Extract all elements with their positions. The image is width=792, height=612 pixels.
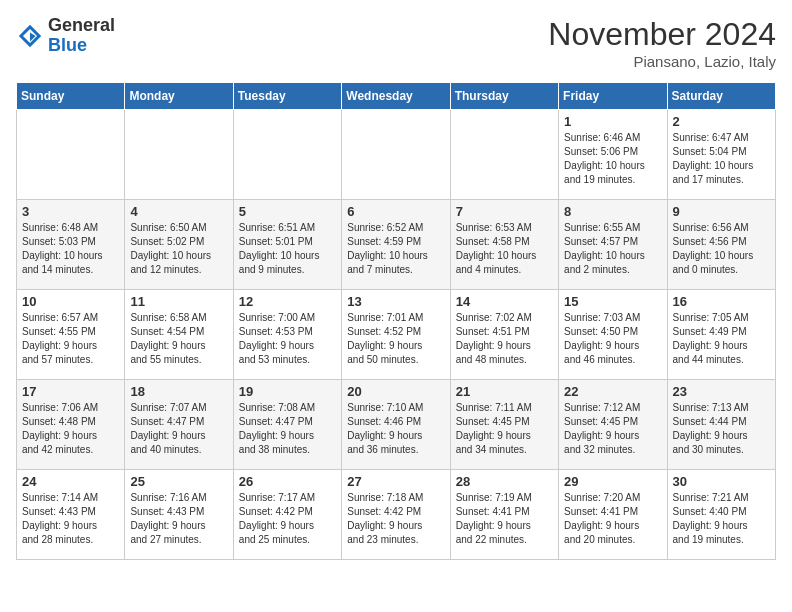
day-number: 1 xyxy=(564,114,661,129)
day-info: Sunrise: 7:01 AM Sunset: 4:52 PM Dayligh… xyxy=(347,311,444,367)
calendar-table: SundayMondayTuesdayWednesdayThursdayFrid… xyxy=(16,82,776,560)
day-info: Sunrise: 7:19 AM Sunset: 4:41 PM Dayligh… xyxy=(456,491,553,547)
day-info: Sunrise: 6:56 AM Sunset: 4:56 PM Dayligh… xyxy=(673,221,770,277)
calendar-cell: 17Sunrise: 7:06 AM Sunset: 4:48 PM Dayli… xyxy=(17,380,125,470)
day-number: 20 xyxy=(347,384,444,399)
day-info: Sunrise: 7:05 AM Sunset: 4:49 PM Dayligh… xyxy=(673,311,770,367)
calendar-cell: 13Sunrise: 7:01 AM Sunset: 4:52 PM Dayli… xyxy=(342,290,450,380)
weekday-header-friday: Friday xyxy=(559,83,667,110)
calendar-header: SundayMondayTuesdayWednesdayThursdayFrid… xyxy=(17,83,776,110)
page-header: General Blue November 2024 Piansano, Laz… xyxy=(16,16,776,70)
day-number: 4 xyxy=(130,204,227,219)
day-number: 2 xyxy=(673,114,770,129)
day-info: Sunrise: 7:02 AM Sunset: 4:51 PM Dayligh… xyxy=(456,311,553,367)
calendar-week-4: 17Sunrise: 7:06 AM Sunset: 4:48 PM Dayli… xyxy=(17,380,776,470)
calendar-cell: 30Sunrise: 7:21 AM Sunset: 4:40 PM Dayli… xyxy=(667,470,775,560)
day-info: Sunrise: 6:50 AM Sunset: 5:02 PM Dayligh… xyxy=(130,221,227,277)
day-number: 9 xyxy=(673,204,770,219)
day-number: 26 xyxy=(239,474,336,489)
day-info: Sunrise: 7:20 AM Sunset: 4:41 PM Dayligh… xyxy=(564,491,661,547)
calendar-cell xyxy=(125,110,233,200)
day-info: Sunrise: 6:46 AM Sunset: 5:06 PM Dayligh… xyxy=(564,131,661,187)
calendar-cell: 11Sunrise: 6:58 AM Sunset: 4:54 PM Dayli… xyxy=(125,290,233,380)
location-subtitle: Piansano, Lazio, Italy xyxy=(548,53,776,70)
day-info: Sunrise: 6:58 AM Sunset: 4:54 PM Dayligh… xyxy=(130,311,227,367)
logo-general: General xyxy=(48,15,115,35)
logo-blue: Blue xyxy=(48,35,87,55)
logo-icon xyxy=(16,22,44,50)
calendar-cell: 22Sunrise: 7:12 AM Sunset: 4:45 PM Dayli… xyxy=(559,380,667,470)
calendar-cell: 12Sunrise: 7:00 AM Sunset: 4:53 PM Dayli… xyxy=(233,290,341,380)
weekday-header-wednesday: Wednesday xyxy=(342,83,450,110)
day-info: Sunrise: 6:52 AM Sunset: 4:59 PM Dayligh… xyxy=(347,221,444,277)
calendar-cell: 9Sunrise: 6:56 AM Sunset: 4:56 PM Daylig… xyxy=(667,200,775,290)
day-number: 18 xyxy=(130,384,227,399)
day-number: 28 xyxy=(456,474,553,489)
calendar-cell: 19Sunrise: 7:08 AM Sunset: 4:47 PM Dayli… xyxy=(233,380,341,470)
weekday-header-monday: Monday xyxy=(125,83,233,110)
calendar-cell: 23Sunrise: 7:13 AM Sunset: 4:44 PM Dayli… xyxy=(667,380,775,470)
calendar-cell: 2Sunrise: 6:47 AM Sunset: 5:04 PM Daylig… xyxy=(667,110,775,200)
day-info: Sunrise: 6:55 AM Sunset: 4:57 PM Dayligh… xyxy=(564,221,661,277)
day-info: Sunrise: 7:12 AM Sunset: 4:45 PM Dayligh… xyxy=(564,401,661,457)
calendar-cell: 26Sunrise: 7:17 AM Sunset: 4:42 PM Dayli… xyxy=(233,470,341,560)
calendar-cell: 6Sunrise: 6:52 AM Sunset: 4:59 PM Daylig… xyxy=(342,200,450,290)
day-number: 25 xyxy=(130,474,227,489)
calendar-cell: 16Sunrise: 7:05 AM Sunset: 4:49 PM Dayli… xyxy=(667,290,775,380)
calendar-cell: 27Sunrise: 7:18 AM Sunset: 4:42 PM Dayli… xyxy=(342,470,450,560)
calendar-week-3: 10Sunrise: 6:57 AM Sunset: 4:55 PM Dayli… xyxy=(17,290,776,380)
day-info: Sunrise: 6:51 AM Sunset: 5:01 PM Dayligh… xyxy=(239,221,336,277)
calendar-cell: 28Sunrise: 7:19 AM Sunset: 4:41 PM Dayli… xyxy=(450,470,558,560)
calendar-cell: 15Sunrise: 7:03 AM Sunset: 4:50 PM Dayli… xyxy=(559,290,667,380)
day-number: 17 xyxy=(22,384,119,399)
day-info: Sunrise: 7:08 AM Sunset: 4:47 PM Dayligh… xyxy=(239,401,336,457)
day-number: 8 xyxy=(564,204,661,219)
calendar-cell: 1Sunrise: 6:46 AM Sunset: 5:06 PM Daylig… xyxy=(559,110,667,200)
day-info: Sunrise: 7:17 AM Sunset: 4:42 PM Dayligh… xyxy=(239,491,336,547)
month-title: November 2024 xyxy=(548,16,776,53)
day-number: 14 xyxy=(456,294,553,309)
day-number: 16 xyxy=(673,294,770,309)
weekday-header-saturday: Saturday xyxy=(667,83,775,110)
calendar-week-2: 3Sunrise: 6:48 AM Sunset: 5:03 PM Daylig… xyxy=(17,200,776,290)
day-info: Sunrise: 7:21 AM Sunset: 4:40 PM Dayligh… xyxy=(673,491,770,547)
day-number: 29 xyxy=(564,474,661,489)
day-number: 24 xyxy=(22,474,119,489)
day-info: Sunrise: 7:06 AM Sunset: 4:48 PM Dayligh… xyxy=(22,401,119,457)
day-number: 27 xyxy=(347,474,444,489)
day-info: Sunrise: 7:13 AM Sunset: 4:44 PM Dayligh… xyxy=(673,401,770,457)
day-number: 10 xyxy=(22,294,119,309)
calendar-cell: 21Sunrise: 7:11 AM Sunset: 4:45 PM Dayli… xyxy=(450,380,558,470)
day-info: Sunrise: 6:47 AM Sunset: 5:04 PM Dayligh… xyxy=(673,131,770,187)
calendar-cell: 24Sunrise: 7:14 AM Sunset: 4:43 PM Dayli… xyxy=(17,470,125,560)
weekday-header-thursday: Thursday xyxy=(450,83,558,110)
day-number: 7 xyxy=(456,204,553,219)
day-info: Sunrise: 7:14 AM Sunset: 4:43 PM Dayligh… xyxy=(22,491,119,547)
calendar-cell xyxy=(342,110,450,200)
calendar-cell: 29Sunrise: 7:20 AM Sunset: 4:41 PM Dayli… xyxy=(559,470,667,560)
day-number: 22 xyxy=(564,384,661,399)
weekday-header-sunday: Sunday xyxy=(17,83,125,110)
calendar-week-5: 24Sunrise: 7:14 AM Sunset: 4:43 PM Dayli… xyxy=(17,470,776,560)
day-info: Sunrise: 6:57 AM Sunset: 4:55 PM Dayligh… xyxy=(22,311,119,367)
calendar-cell: 20Sunrise: 7:10 AM Sunset: 4:46 PM Dayli… xyxy=(342,380,450,470)
calendar-cell xyxy=(450,110,558,200)
day-info: Sunrise: 7:18 AM Sunset: 4:42 PM Dayligh… xyxy=(347,491,444,547)
day-number: 5 xyxy=(239,204,336,219)
calendar-cell: 14Sunrise: 7:02 AM Sunset: 4:51 PM Dayli… xyxy=(450,290,558,380)
calendar-body: 1Sunrise: 6:46 AM Sunset: 5:06 PM Daylig… xyxy=(17,110,776,560)
day-number: 11 xyxy=(130,294,227,309)
calendar-cell: 5Sunrise: 6:51 AM Sunset: 5:01 PM Daylig… xyxy=(233,200,341,290)
day-number: 21 xyxy=(456,384,553,399)
title-block: November 2024 Piansano, Lazio, Italy xyxy=(548,16,776,70)
day-number: 12 xyxy=(239,294,336,309)
weekday-header-tuesday: Tuesday xyxy=(233,83,341,110)
calendar-cell: 10Sunrise: 6:57 AM Sunset: 4:55 PM Dayli… xyxy=(17,290,125,380)
day-info: Sunrise: 7:16 AM Sunset: 4:43 PM Dayligh… xyxy=(130,491,227,547)
calendar-cell xyxy=(17,110,125,200)
day-info: Sunrise: 6:53 AM Sunset: 4:58 PM Dayligh… xyxy=(456,221,553,277)
day-number: 19 xyxy=(239,384,336,399)
weekday-header-row: SundayMondayTuesdayWednesdayThursdayFrid… xyxy=(17,83,776,110)
day-info: Sunrise: 7:07 AM Sunset: 4:47 PM Dayligh… xyxy=(130,401,227,457)
logo-text: General Blue xyxy=(48,16,115,56)
